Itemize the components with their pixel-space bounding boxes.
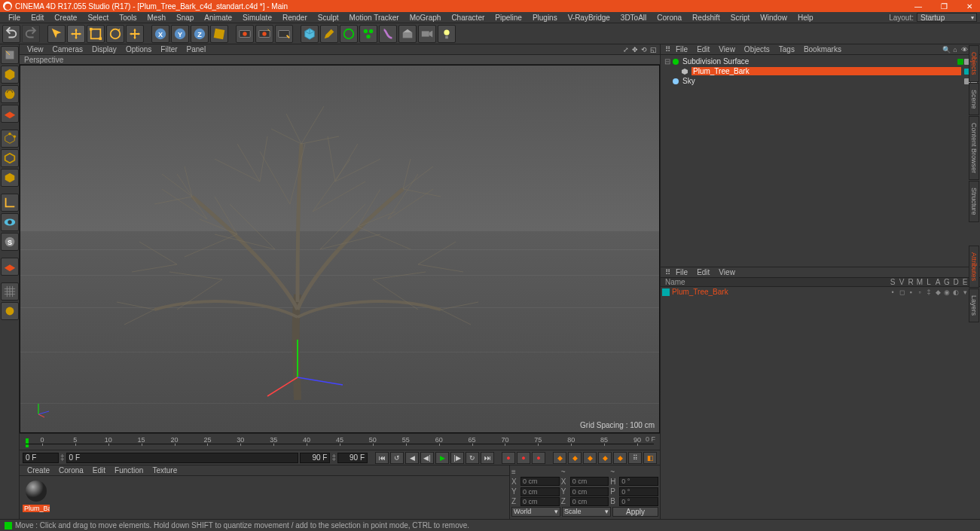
loop-button[interactable]: ↺ — [390, 452, 404, 464]
col-a[interactable]: A — [933, 278, 942, 286]
object-manager-tree[interactable]: ⊟ Subdivision Surface ✓ Plum_Tree_Bark S… — [661, 55, 980, 267]
key-a-button[interactable]: ◆ — [598, 452, 612, 464]
col-r[interactable]: R — [906, 278, 915, 286]
col-s[interactable]: S — [888, 278, 897, 286]
close-button[interactable]: ✕ — [962, 2, 977, 11]
viewport-solo-button[interactable] — [1, 213, 19, 231]
menu-window[interactable]: Window — [755, 14, 792, 22]
coord-apply-button[interactable]: Apply — [612, 507, 658, 517]
menu-snap[interactable]: Snap — [171, 14, 199, 22]
autokey-button[interactable]: ● — [517, 452, 530, 464]
col-m[interactable]: M — [915, 278, 924, 286]
om-search-icon[interactable]: 🔍 — [942, 46, 950, 53]
expand-icon[interactable]: ⊟ — [664, 57, 671, 66]
menu-animate[interactable]: Animate — [199, 14, 237, 22]
vp-nav-icon-2[interactable]: ✥ — [631, 46, 639, 53]
add-environment-button[interactable] — [398, 25, 417, 43]
redo-button[interactable] — [22, 25, 40, 43]
workplane-button[interactable] — [1, 105, 19, 123]
col-l[interactable]: L — [924, 278, 933, 286]
add-camera-button[interactable] — [418, 25, 436, 43]
vp-menu-cameras[interactable]: Cameras — [48, 45, 88, 53]
goto-start-button[interactable]: ⏮ — [375, 452, 389, 464]
col-g[interactable]: G — [942, 278, 951, 286]
loop-forward-button[interactable]: ↻ — [466, 452, 479, 464]
om-menu-file[interactable]: File — [671, 45, 692, 53]
key-r-button[interactable]: ◆ — [583, 452, 597, 464]
layer-menu-edit[interactable]: Edit — [692, 268, 714, 276]
menu-pipeline[interactable]: Pipeline — [490, 14, 527, 22]
edges-mode-button[interactable] — [1, 149, 19, 167]
menu-edit[interactable]: Edit — [26, 14, 49, 22]
menu-mograph[interactable]: MoGraph — [405, 14, 447, 22]
mat-menu-function[interactable]: Function — [110, 466, 148, 475]
prev-key-button[interactable]: ◀| — [420, 452, 434, 464]
menu-mesh[interactable]: Mesh — [142, 14, 171, 22]
menu-sculpt[interactable]: Sculpt — [313, 14, 344, 22]
menu-tools[interactable]: Tools — [114, 14, 142, 22]
add-cube-button[interactable] — [301, 25, 319, 43]
mat-menu-edit[interactable]: Edit — [88, 466, 110, 475]
z-axis-lock[interactable]: Z — [191, 25, 209, 43]
object-name[interactable]: Sky — [682, 77, 961, 85]
key-pl-button[interactable]: ◆ — [613, 452, 627, 464]
col-v[interactable]: V — [897, 278, 906, 286]
current-frame-field[interactable]: 0 F — [66, 453, 299, 463]
vp-menu-view[interactable]: View — [23, 45, 48, 53]
vp-menu-filter[interactable]: Filter — [156, 45, 182, 53]
key-p-button[interactable]: ◆ — [553, 452, 566, 464]
layer-flag-g[interactable]: ◉ — [942, 288, 951, 296]
rot-h-field[interactable]: 0 ° — [619, 477, 658, 486]
om-row-sky[interactable]: Sky — [661, 76, 980, 86]
object-name[interactable]: Subdivision Surface — [682, 57, 954, 66]
prev-frame-button[interactable]: ◀ — [405, 452, 419, 464]
layout-dropdown[interactable]: Startup — [917, 13, 977, 22]
range-end-field[interactable]: 90 F — [300, 453, 330, 463]
live-select-tool[interactable] — [47, 25, 66, 43]
vp-menu-display[interactable]: Display — [87, 45, 121, 53]
layer-flag-s[interactable]: • — [888, 288, 897, 296]
vp-menu-options[interactable]: Options — [121, 45, 156, 53]
menu-redshift[interactable]: Redshift — [687, 14, 725, 22]
menu-select[interactable]: Select — [82, 14, 114, 22]
add-generator-button[interactable] — [359, 25, 377, 43]
record-button[interactable]: ● — [502, 452, 515, 464]
tab-attributes[interactable]: Attributes — [969, 246, 979, 288]
undo-button[interactable] — [2, 25, 20, 43]
locked-workplane-2-button[interactable] — [1, 302, 19, 320]
add-light-button[interactable] — [438, 25, 456, 43]
render-view-button[interactable] — [236, 25, 254, 43]
coord-scale-dropdown[interactable]: Scale — [562, 507, 611, 517]
minimize-button[interactable]: — — [911, 2, 926, 11]
mat-menu-corona[interactable]: Corona — [54, 466, 88, 475]
y-axis-lock[interactable]: Y — [171, 25, 189, 43]
layer-name[interactable]: Plum_Tree_Bark — [672, 288, 888, 296]
points-mode-button[interactable] — [1, 130, 19, 148]
tab-content-browser[interactable]: Content Browser — [969, 116, 979, 180]
layer-menu-file[interactable]: File — [671, 268, 692, 276]
om-home-icon[interactable]: ⌂ — [951, 46, 959, 53]
pos-y-field[interactable]: 0 cm — [521, 487, 560, 496]
keyframe-sel-button[interactable]: ● — [532, 452, 545, 464]
om-menu-edit[interactable]: Edit — [692, 45, 714, 53]
render-picture-viewer-button[interactable] — [255, 25, 273, 43]
visibility-dot[interactable] — [957, 59, 963, 65]
scale-tool[interactable] — [87, 25, 105, 43]
vp-nav-icon-3[interactable]: ⟲ — [640, 46, 648, 53]
menu-vray[interactable]: V-RayBridge — [563, 14, 615, 22]
play-button[interactable]: ▶ — [435, 452, 449, 464]
key-mode-button[interactable]: ◧ — [643, 452, 657, 464]
om-row-sds[interactable]: ⊟ Subdivision Surface ✓ — [661, 56, 980, 66]
om-menu-tags[interactable]: Tags — [774, 45, 799, 53]
menu-help[interactable]: Help — [792, 14, 819, 22]
object-name[interactable]: Plum_Tree_Bark — [691, 67, 961, 75]
menu-file[interactable]: File — [3, 14, 26, 22]
menu-render[interactable]: Render — [277, 14, 313, 22]
layer-flag-l[interactable]: ‡ — [924, 288, 933, 296]
tab-structure[interactable]: Structure — [969, 181, 979, 222]
last-tool[interactable] — [126, 25, 144, 43]
size-x-field[interactable]: 0 cm — [570, 477, 609, 486]
start-frame-field[interactable]: 0 F — [23, 453, 59, 463]
rotate-tool[interactable] — [106, 25, 124, 43]
vp-nav-icon-4[interactable]: ◱ — [649, 46, 657, 53]
